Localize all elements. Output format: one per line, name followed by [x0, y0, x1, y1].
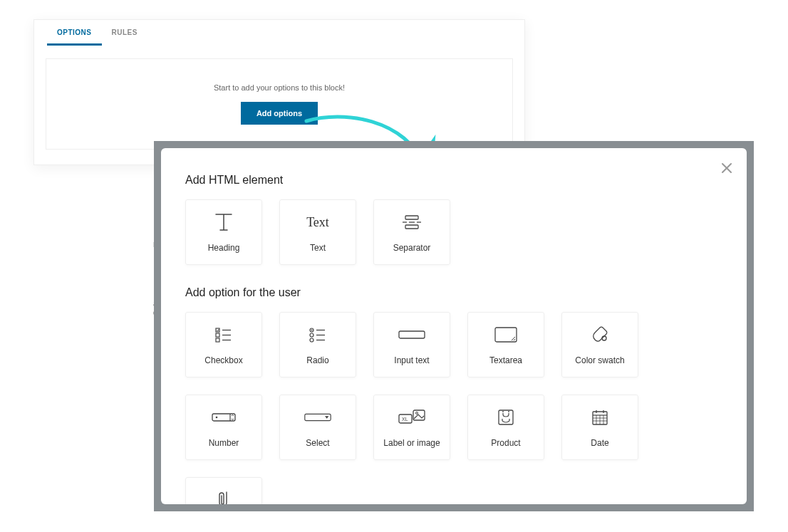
tab-options[interactable]: OPTIONS: [47, 20, 102, 46]
card-radio[interactable]: Radio: [279, 312, 356, 377]
textarea-icon: [492, 324, 520, 345]
svg-rect-7: [216, 338, 219, 342]
checkbox-icon: [209, 324, 238, 345]
text-icon: Text: [304, 212, 332, 233]
html-elements-grid: Heading Text Text Sep: [185, 199, 722, 265]
card-textarea[interactable]: Textarea: [467, 312, 544, 377]
number-icon: [209, 407, 238, 428]
close-button[interactable]: [717, 158, 737, 178]
card-product[interactable]: Product: [467, 395, 544, 460]
user-options-grid: Checkbox Radio: [185, 312, 722, 504]
svg-point-23: [216, 417, 218, 419]
close-icon: [721, 162, 732, 174]
product-icon: [492, 407, 520, 428]
heading-icon: [209, 212, 238, 233]
color-swatch-icon: [586, 324, 614, 345]
svg-point-13: [310, 333, 313, 337]
card-label: Textarea: [489, 355, 522, 365]
card-label: Label or image: [383, 438, 440, 448]
card-label: Number: [209, 438, 239, 448]
card-label: Input text: [394, 355, 429, 365]
card-label: Checkbox: [204, 355, 242, 365]
card-text[interactable]: Text Text: [279, 199, 356, 265]
svg-point-14: [310, 338, 313, 342]
section-title-html: Add HTML element: [185, 174, 722, 187]
card-label: Product: [491, 438, 520, 448]
add-element-modal: Add HTML element Heading Text Text: [161, 148, 747, 504]
section-title-options: Add option for the user: [185, 286, 722, 299]
svg-rect-4: [405, 225, 418, 229]
label-image-icon: XL: [398, 407, 426, 428]
card-heading[interactable]: Heading: [185, 199, 262, 265]
date-icon: [586, 407, 614, 428]
svg-point-12: [311, 330, 313, 331]
card-color-swatch[interactable]: Color swatch: [561, 312, 638, 377]
card-input-text[interactable]: Input text: [373, 312, 450, 377]
card-label: Radio: [306, 355, 328, 365]
card-label: Color swatch: [575, 355, 624, 365]
svg-text:XL: XL: [402, 417, 408, 422]
card-checkbox[interactable]: Checkbox: [185, 312, 262, 377]
card-separator[interactable]: Separator: [373, 199, 450, 265]
file-upload-icon: [209, 489, 238, 504]
card-file-upload[interactable]: File upload: [185, 477, 262, 504]
tab-rules[interactable]: RULES: [102, 20, 147, 46]
card-date[interactable]: Date: [561, 395, 638, 460]
input-text-icon: [398, 324, 426, 345]
svg-rect-18: [399, 331, 425, 338]
card-select[interactable]: Select: [279, 395, 356, 460]
svg-point-28: [416, 412, 418, 414]
card-label: Select: [306, 438, 329, 448]
svg-rect-6: [216, 333, 219, 337]
svg-rect-19: [495, 328, 517, 342]
card-label: Separator: [393, 243, 431, 253]
empty-state-hint: Start to add your options to this block!: [214, 83, 345, 92]
svg-rect-0: [405, 216, 418, 219]
modal-backdrop: Add HTML element Heading Text Text: [154, 141, 754, 511]
add-options-button[interactable]: Add options: [241, 102, 318, 125]
card-label: Heading: [208, 243, 240, 253]
select-icon: [304, 407, 332, 428]
tab-bar: OPTIONS RULES: [34, 20, 524, 46]
card-label: Text: [310, 243, 326, 253]
card-number[interactable]: Number: [185, 395, 262, 460]
card-label-or-image[interactable]: XL Label or image: [373, 395, 450, 460]
separator-icon: [398, 212, 426, 233]
tab-panel-options: Start to add your options to this block!…: [46, 58, 513, 150]
radio-icon: [304, 324, 332, 345]
card-label: Date: [591, 438, 608, 448]
